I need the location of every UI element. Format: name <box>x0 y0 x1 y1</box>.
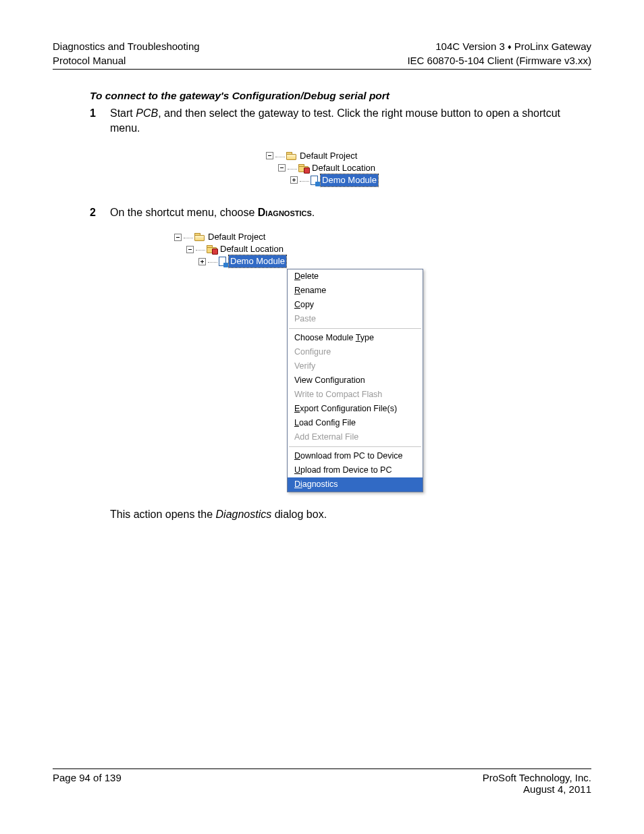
folder-icon <box>298 164 308 172</box>
step-2: 2 On the shortcut menu, choose Diagnosti… <box>90 205 591 220</box>
closing-b: dialog box. <box>271 509 327 520</box>
menu-item-paste: Paste <box>288 312 423 326</box>
menu-separator <box>289 446 421 447</box>
step-1-text-b: , and then select the gateway to test. C… <box>110 107 560 134</box>
diamond-icon: ♦ <box>508 43 512 51</box>
tree2-label-project: Default Project <box>207 231 267 243</box>
tree-label-project: Default Project <box>298 150 358 162</box>
collapse-icon[interactable] <box>266 152 273 159</box>
tree2-row-location[interactable]: Default Location <box>174 243 286 255</box>
step-2-body: On the shortcut menu, choose Diagnostics… <box>110 205 591 220</box>
tree-figure-1: Default Project Default Location Demo Mo… <box>266 150 378 186</box>
folder-icon <box>194 233 205 241</box>
step-2-number: 2 <box>90 205 110 220</box>
footer-right: ProSoft Technology, Inc. August 4, 2011 <box>483 772 591 795</box>
tree-connector <box>275 149 285 157</box>
menu-item-load-config[interactable]: Load Config File <box>288 416 423 430</box>
tree-label-location: Default Location <box>311 162 377 174</box>
tree-connector <box>208 255 217 263</box>
tree-label-module: Demo Module <box>321 174 378 186</box>
closing-diagnostics: Diagnostics <box>216 509 272 520</box>
tree-row-location[interactable]: Default Location <box>266 162 378 174</box>
step-1: 1 Start PCB, and then select the gateway… <box>90 106 591 136</box>
folder-icon <box>286 152 296 160</box>
tree-connector <box>196 242 205 251</box>
menu-item-write-compact-flash: Write to Compact Flash <box>288 388 423 402</box>
tree-connector <box>288 161 297 170</box>
expand-icon[interactable] <box>290 176 298 184</box>
header-left-line2: Protocol Manual <box>53 53 200 68</box>
footer-left: Page 94 of 139 <box>53 772 122 795</box>
header-right-line1: 104C Version 3 ♦ ProLinx Gateway <box>407 39 591 53</box>
menu-item-diagnostics[interactable]: Diagnostics <box>288 477 423 492</box>
menu-item-view-configuration[interactable]: View Configuration <box>288 373 423 388</box>
tree2-row-project[interactable]: Default Project <box>174 231 286 243</box>
page-header: Diagnostics and Troubleshooting Protocol… <box>53 39 591 70</box>
menu-separator <box>289 328 421 329</box>
tree-connector <box>300 174 309 182</box>
closing-a: This action opens the <box>110 509 216 520</box>
header-right: 104C Version 3 ♦ ProLinx Gateway IEC 608… <box>407 39 591 68</box>
menu-item-export-config[interactable]: Export Configuration File(s) <box>288 402 423 416</box>
menu-item-download[interactable]: Download from PC to Device <box>288 449 423 463</box>
step-2-diagnostics: Diagnostics <box>258 207 312 218</box>
step-2-text-a: On the shortcut menu, choose <box>110 207 258 218</box>
header-right-line1a: 104C Version 3 <box>435 41 505 52</box>
step-1-body: Start PCB, and then select the gateway t… <box>110 106 591 136</box>
folder-icon <box>207 245 217 253</box>
page-footer: Page 94 of 139 ProSoft Technology, Inc. … <box>53 768 591 795</box>
step-1-text-a: Start <box>110 107 136 119</box>
menu-item-verify: Verify <box>288 359 423 373</box>
footer-date: August 4, 2011 <box>483 783 591 795</box>
step-1-pcb: PCB <box>136 107 158 119</box>
header-left: Diagnostics and Troubleshooting Protocol… <box>53 39 200 68</box>
context-menu: Delete Rename Copy Paste Choose Module T… <box>287 269 423 492</box>
step-1-number: 1 <box>90 106 110 136</box>
collapse-icon[interactable] <box>186 246 194 253</box>
collapse-icon[interactable] <box>278 164 286 172</box>
section-title: To connect to the gateway's Configuratio… <box>90 90 591 102</box>
tree-row-module[interactable]: Demo Module <box>266 174 378 186</box>
expand-icon[interactable] <box>198 258 206 265</box>
module-icon <box>219 257 227 266</box>
header-right-line1b: ProLinx Gateway <box>514 41 591 52</box>
step-2-text-b: . <box>312 207 315 218</box>
tree-connector <box>184 230 193 238</box>
menu-item-copy[interactable]: Copy <box>288 298 423 312</box>
tree-figure-2: Default Project Default Location Demo Mo… <box>174 231 591 492</box>
menu-item-configure: Configure <box>288 345 423 359</box>
closing-text: This action opens the Diagnostics dialog… <box>110 509 591 521</box>
tree2-row-module[interactable]: Demo Module <box>174 255 286 267</box>
collapse-icon[interactable] <box>174 234 182 241</box>
tree-row-project[interactable]: Default Project <box>266 150 378 162</box>
menu-item-add-external: Add External File <box>288 430 423 444</box>
menu-item-choose-module-type[interactable]: Choose Module Type <box>288 331 423 345</box>
tree2-label-location: Default Location <box>219 243 285 255</box>
menu-item-upload[interactable]: Upload from Device to PC <box>288 463 423 477</box>
header-right-line2: IEC 60870-5-104 Client (Firmware v3.xx) <box>407 53 591 68</box>
footer-company: ProSoft Technology, Inc. <box>483 772 591 783</box>
menu-item-delete[interactable]: Delete <box>288 269 423 284</box>
tree-2: Default Project Default Location Demo Mo… <box>174 231 286 267</box>
tree2-label-module: Demo Module <box>229 255 286 267</box>
header-left-line1: Diagnostics and Troubleshooting <box>53 39 200 53</box>
menu-item-rename[interactable]: Rename <box>288 284 423 298</box>
module-icon <box>311 176 319 185</box>
page: Diagnostics and Troubleshooting Protocol… <box>0 0 644 834</box>
